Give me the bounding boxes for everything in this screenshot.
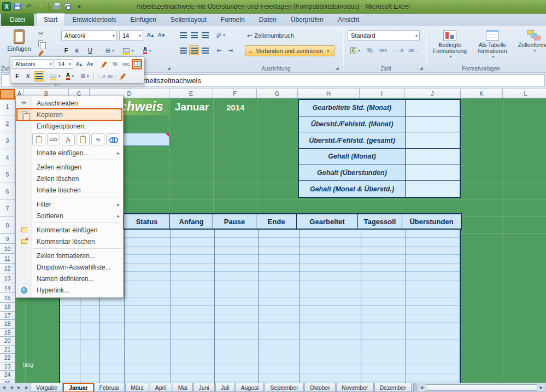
- cut-button[interactable]: ✂: [36, 29, 45, 38]
- menu-item-insert-cells[interactable]: Zellen einfügen: [16, 161, 123, 173]
- next-sheet-button[interactable]: ▶: [15, 383, 23, 392]
- menu-item-dropdown-list[interactable]: Dropdown-Auswahlliste...: [16, 261, 123, 273]
- menu-item-paste-special[interactable]: Inhalte einfügen... ▸: [16, 147, 123, 159]
- paste-option-link[interactable]: [106, 133, 119, 145]
- row-header[interactable]: 13: [0, 273, 15, 283]
- table-header-cell[interactable]: Ende: [256, 214, 297, 229]
- scroll-right-icon[interactable]: ▶: [538, 384, 545, 391]
- scrollbar-thumb[interactable]: [426, 384, 537, 391]
- row-header[interactable]: 11: [0, 254, 15, 264]
- table-header-cell[interactable]: Überstunden: [402, 214, 461, 229]
- menu-item-sort[interactable]: Sortieren ▸: [16, 210, 123, 221]
- menu-item-copy[interactable]: Kopieren: [16, 109, 123, 120]
- row-header[interactable]: 21: [0, 346, 15, 354]
- shrink-font-button[interactable]: A▾: [156, 30, 166, 40]
- menu-item-format-cells[interactable]: Zellen formatieren...: [16, 250, 123, 261]
- orientation-button[interactable]: ab▾: [214, 30, 226, 40]
- row-header[interactable]: 9: [0, 234, 15, 244]
- summary-label-cell[interactable]: Gehalt (Überstunden): [299, 165, 406, 181]
- mini-borders-button[interactable]: ⊞▾: [78, 71, 92, 81]
- number-format-select[interactable]: Standard▾: [348, 30, 420, 41]
- row-header[interactable]: 14: [0, 283, 15, 293]
- scroll-left-icon[interactable]: ◀: [418, 384, 425, 391]
- mini-comma-button[interactable]: 000: [121, 59, 131, 69]
- row-header[interactable]: 2: [0, 115, 15, 132]
- summary-label-cell[interactable]: Gehalt (Monat): [299, 149, 406, 165]
- sheet-tab[interactable]: Juni: [193, 383, 215, 392]
- paste-option-values[interactable]: 123: [47, 133, 60, 145]
- row-header[interactable]: 10: [0, 244, 15, 254]
- sheet-tab[interactable]: Juli: [215, 383, 235, 392]
- comma-style-button[interactable]: 000: [376, 45, 390, 55]
- row-header[interactable]: 15: [0, 293, 15, 303]
- ribbon-tab[interactable]: Entwicklertools: [65, 14, 123, 26]
- name-input-cell[interactable]: [123, 133, 169, 146]
- column-header[interactable]: I: [360, 89, 404, 98]
- menu-item-delete-cells[interactable]: Zellen löschen: [16, 173, 123, 184]
- mini-italic-button[interactable]: K: [23, 71, 33, 81]
- menu-item-define-name[interactable]: Namen definieren...: [16, 273, 123, 284]
- column-header[interactable]: E: [169, 89, 213, 98]
- row-header[interactable]: 24: [0, 371, 15, 379]
- align-right-button[interactable]: [200, 45, 210, 55]
- cell-styles-button[interactable]: Zellenformat ▾: [515, 28, 546, 64]
- mini-font-family-select[interactable]: Aharoni▾: [12, 59, 54, 69]
- menu-item-clear-contents[interactable]: Inhalte löschen: [16, 184, 123, 196]
- decrease-indent-button[interactable]: ⇤: [214, 45, 224, 55]
- accounting-format-button[interactable]: €▾: [348, 45, 363, 55]
- sheet-tab[interactable]: September: [265, 383, 303, 392]
- sheet-tab[interactable]: März: [125, 383, 149, 392]
- alignment-dialog-launcher[interactable]: ◢: [336, 66, 338, 71]
- table-header-cell[interactable]: Anfang: [170, 214, 213, 229]
- menu-item-insert-comment[interactable]: Kommentar einfügen: [16, 224, 123, 236]
- number-dialog-launcher[interactable]: ◢: [420, 66, 422, 71]
- bold-button[interactable]: F: [61, 45, 71, 55]
- mini-decrease-decimal-button[interactable]: .00→: [107, 71, 117, 81]
- row-header[interactable]: 22: [0, 354, 15, 362]
- ribbon-tab[interactable]: Start: [36, 13, 65, 26]
- column-header[interactable]: K: [461, 89, 503, 98]
- percent-style-button[interactable]: %: [365, 45, 375, 55]
- mini-bold-button[interactable]: F: [12, 71, 22, 81]
- sheet-tab[interactable]: Januar: [63, 383, 93, 392]
- align-center-button[interactable]: [189, 45, 199, 55]
- ribbon-tab[interactable]: Einfügen: [123, 14, 163, 26]
- ribbon-tab[interactable]: Seitenlayout: [163, 14, 214, 26]
- copy-button[interactable]: [36, 39, 45, 48]
- column-header[interactable]: L: [503, 89, 546, 98]
- sheet-tab[interactable]: April: [150, 383, 172, 392]
- mini-increase-decimal-button[interactable]: ←.0: [96, 71, 106, 81]
- align-bottom-button[interactable]: [200, 30, 210, 40]
- row-header[interactable]: 23: [0, 362, 15, 371]
- increase-decimal-button[interactable]: ←.0: [392, 45, 406, 55]
- row-header[interactable]: 18: [0, 320, 15, 329]
- mini-grow-font-button[interactable]: A▴: [74, 59, 84, 69]
- borders-button[interactable]: ⊞▾: [102, 45, 118, 55]
- column-header[interactable]: H: [298, 89, 360, 98]
- grow-font-button[interactable]: A▴: [145, 30, 155, 40]
- ribbon-tab[interactable]: Formeln: [214, 14, 252, 26]
- summary-value-cell[interactable]: [406, 132, 460, 148]
- summary-value-cell[interactable]: [406, 181, 460, 197]
- row-header[interactable]: 5: [0, 166, 15, 183]
- row-header[interactable]: 6: [0, 183, 15, 200]
- summary-label-cell[interactable]: Überstd./Fehlstd. (gesamt): [299, 132, 406, 148]
- sheet-tab[interactable]: Vorgabe: [31, 383, 63, 392]
- sheet-tab[interactable]: Dezember: [374, 383, 412, 392]
- summary-value-cell[interactable]: [406, 149, 460, 165]
- summary-label-cell[interactable]: Gearbeitete Std. (Monat): [299, 100, 406, 116]
- sheet-tab[interactable]: Februar: [94, 383, 125, 392]
- tab-splitter[interactable]: [413, 383, 416, 392]
- table-header-cell[interactable]: Pause: [213, 214, 256, 229]
- font-family-select[interactable]: Aharoni▾: [61, 30, 117, 41]
- font-dialog-launcher[interactable]: ◢: [167, 66, 170, 71]
- italic-button[interactable]: K: [72, 45, 82, 55]
- conditional-formatting-button[interactable]: Bedingte Formatierung ▾: [430, 28, 470, 64]
- font-color-button[interactable]: A▾: [139, 45, 155, 55]
- row-header[interactable]: 16: [0, 303, 15, 312]
- format-as-table-button[interactable]: Als Tabelle formatieren ▾: [472, 28, 513, 64]
- row-header[interactable]: 7: [0, 200, 15, 217]
- align-top-button[interactable]: [178, 30, 188, 40]
- mini-font-color-button[interactable]: A▾: [63, 71, 77, 81]
- table-header-cell[interactable]: Gearbeitet: [297, 214, 358, 229]
